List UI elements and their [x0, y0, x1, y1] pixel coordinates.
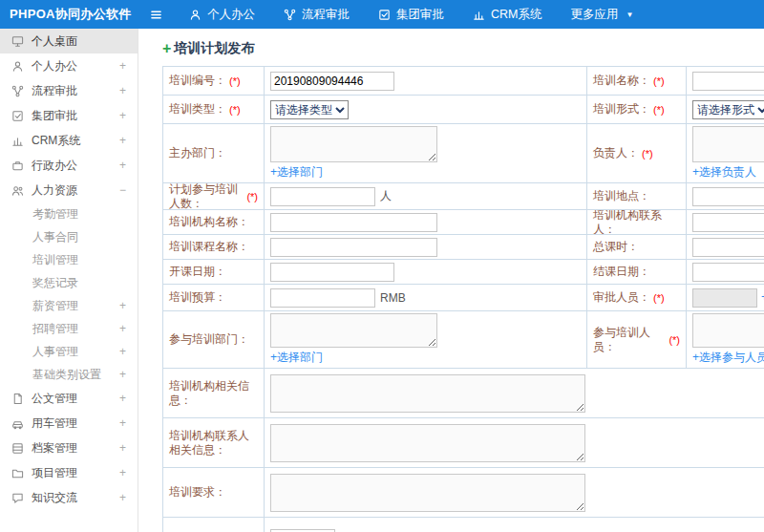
sidebar-item-group-approval[interactable]: 集团审批 +: [0, 103, 138, 128]
host-dept-textarea[interactable]: [270, 126, 437, 162]
requirement-cell: [265, 468, 764, 518]
requirement-textarea[interactable]: [270, 474, 585, 512]
archive-icon: [11, 442, 24, 455]
sidebar-item-workflow-approval[interactable]: 流程审批 +: [0, 78, 138, 103]
planned-count-input[interactable]: [270, 187, 375, 206]
sidebar-subitem-rewards[interactable]: 奖惩记录: [0, 271, 138, 294]
training-form-select[interactable]: 请选择形式: [692, 100, 764, 119]
nav-label: 更多应用: [570, 7, 618, 23]
org-contact-info-label-cell: 培训机构联系人相关信息：: [163, 418, 265, 468]
training-no-input[interactable]: [270, 72, 394, 91]
select-dept-link[interactable]: +选择部门: [270, 164, 323, 181]
join-person-textarea[interactable]: [692, 313, 764, 348]
sidebar-subitem-training[interactable]: 培训管理: [0, 248, 138, 271]
sidebar-item-knowledge[interactable]: 知识交流 +: [0, 485, 138, 510]
car-icon: [11, 417, 24, 430]
sidebar-item-crm[interactable]: CRM系统 +: [0, 128, 138, 153]
expand-indicator: +: [119, 392, 126, 405]
leader-textarea[interactable]: [692, 126, 764, 162]
training-no-cell: [265, 67, 587, 96]
training-type-select[interactable]: 请选择类型: [270, 100, 349, 119]
expand-indicator: +: [119, 368, 126, 381]
nav-personal-office[interactable]: 个人办公: [175, 0, 269, 29]
collapse-indicator: −: [119, 183, 126, 197]
approver-label: 审批人员：: [593, 290, 650, 305]
sidebar-subitem-label: 人事合同: [32, 229, 78, 245]
required-marker: (*): [653, 75, 665, 87]
start-date-input[interactable]: [270, 263, 394, 282]
location-input[interactable]: [692, 187, 764, 206]
location-label: 培训地点：: [593, 189, 650, 203]
sidebar-subitem-label: 培训管理: [32, 252, 78, 268]
end-date-input[interactable]: [692, 263, 764, 282]
page-title-text: 培训计划发布: [174, 40, 254, 57]
org-contact-input[interactable]: [692, 213, 764, 232]
unit-person: 人: [380, 188, 392, 204]
nav-more-apps[interactable]: 更多应用 ▼: [556, 0, 647, 29]
sidebar-subitem-attendance[interactable]: 考勤管理: [0, 202, 138, 225]
sidebar-item-document[interactable]: 公文管理 +: [0, 386, 138, 411]
approver-input[interactable]: [692, 288, 757, 308]
top-nav: 个人办公 流程审批 集团审批 CRM系统 更多应用 ▼: [175, 0, 647, 29]
sidebar-item-label: 项目管理: [32, 465, 77, 481]
attachment-cell: +附件上传: [265, 518, 764, 532]
sidebar-subitem-hr-contract[interactable]: 人事合同: [0, 225, 138, 248]
sidebar-subitem-label: 奖惩记录: [32, 275, 78, 291]
sidebar-item-label: 公文管理: [32, 391, 77, 407]
menu-toggle-button[interactable]: [142, 9, 169, 21]
sidebar-item-project[interactable]: 项目管理 +: [0, 460, 138, 485]
org-info-textarea[interactable]: [270, 374, 585, 413]
select-leader-link[interactable]: +选择负责人: [692, 164, 756, 181]
page-layout: 个人桌面 个人办公 + 流程审批 + 集团审批 + CRM系统 + 行政办公 +: [0, 29, 764, 532]
sidebar-item-label: 人力资源: [32, 182, 77, 199]
app-logo: PHPOA协同办公软件: [0, 6, 138, 23]
nav-crm[interactable]: CRM系统: [458, 0, 556, 29]
join-dept-textarea[interactable]: [270, 313, 437, 348]
org-name-label-cell: 培训机构名称：: [163, 210, 265, 235]
total-hours-label-cell: 总课时：: [587, 235, 687, 260]
sidebar-item-admin-office[interactable]: 行政办公 +: [0, 153, 138, 178]
sidebar-subitem-salary[interactable]: 薪资管理 +: [0, 294, 138, 317]
approval-icon: [11, 110, 24, 122]
required-marker: (*): [229, 104, 241, 116]
sidebar-item-vehicle[interactable]: 用车管理 +: [0, 411, 138, 436]
nav-group-approval[interactable]: 集团审批: [364, 0, 458, 29]
sidebar-item-hr[interactable]: 人力资源 −: [0, 178, 138, 202]
total-hours-input[interactable]: [692, 238, 764, 257]
org-name-cell: [265, 210, 587, 235]
host-dept-cell: +选择部门: [265, 124, 587, 183]
sidebar-item-archive[interactable]: 档案管理 +: [0, 436, 138, 460]
course-name-input[interactable]: [270, 238, 437, 257]
approval-icon: [378, 9, 391, 21]
expand-indicator: +: [119, 159, 126, 172]
expand-indicator: +: [119, 134, 126, 147]
sidebar-item-personal-office[interactable]: 个人办公 +: [0, 53, 138, 78]
nav-workflow-approval[interactable]: 流程审批: [269, 0, 364, 29]
org-name-input[interactable]: [270, 213, 437, 232]
training-form-cell: 请选择形式: [687, 96, 764, 124]
desktop-icon: [11, 35, 24, 48]
start-date-label: 开课日期：: [169, 265, 226, 279]
requirement-label-cell: 培训要求：: [163, 468, 265, 518]
org-name-label: 培训机构名称：: [169, 215, 249, 229]
training-name-input[interactable]: [692, 72, 764, 91]
attachment-input[interactable]: [270, 529, 335, 532]
sidebar-item-label: 流程审批: [32, 83, 77, 99]
page-title: + 培训计划发布: [162, 40, 764, 57]
join-dept-select-link[interactable]: +选择部门: [270, 350, 323, 366]
approver-label-cell: 审批人员： (*): [587, 285, 687, 311]
leader-cell: +选择负责人: [687, 124, 764, 183]
budget-input[interactable]: [270, 288, 375, 308]
chart-icon: [473, 9, 485, 21]
sidebar-subitem-label: 人事管理: [32, 344, 78, 360]
sidebar-item-desktop[interactable]: 个人桌面: [0, 29, 138, 53]
sidebar-subitem-recruit[interactable]: 招聘管理 +: [0, 317, 138, 340]
org-contact-info-textarea[interactable]: [270, 424, 585, 462]
join-person-select-link[interactable]: +选择参与人员: [692, 350, 764, 366]
org-contact-cell: [687, 210, 764, 235]
sidebar-subitem-base-category[interactable]: 基础类别设置 +: [0, 363, 138, 386]
start-date-label-cell: 开课日期：: [163, 260, 265, 285]
sidebar-subitem-personnel[interactable]: 人事管理 +: [0, 340, 138, 363]
course-name-label: 培训课程名称：: [169, 240, 249, 254]
nav-label: 流程审批: [302, 7, 350, 23]
